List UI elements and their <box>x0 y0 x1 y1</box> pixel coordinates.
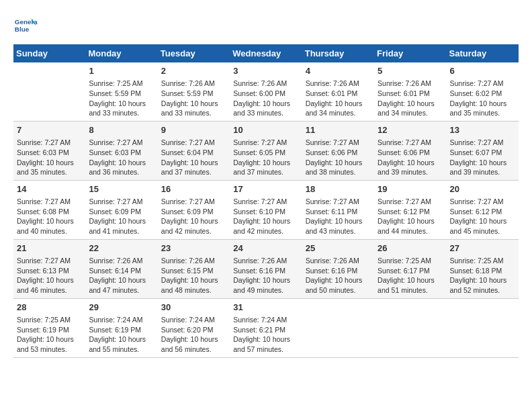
calendar-cell: 31Sunrise: 7:24 AM Sunset: 6:21 PM Dayli… <box>230 298 302 357</box>
day-number: 7 <box>17 124 82 136</box>
day-number: 31 <box>233 302 298 314</box>
day-number: 5 <box>378 65 443 77</box>
weekday-header-saturday: Saturday <box>447 44 519 62</box>
week-row-5: 28Sunrise: 7:25 AM Sunset: 6:19 PM Dayli… <box>13 298 519 357</box>
calendar-cell: 28Sunrise: 7:25 AM Sunset: 6:19 PM Dayli… <box>13 298 85 357</box>
weekday-header-thursday: Thursday <box>302 44 374 62</box>
day-number: 23 <box>161 242 226 255</box>
calendar-cell: 1Sunrise: 7:25 AM Sunset: 5:59 PM Daylig… <box>85 62 157 121</box>
calendar-cell: 29Sunrise: 7:24 AM Sunset: 6:19 PM Dayli… <box>85 298 157 357</box>
day-info: Sunrise: 7:27 AM Sunset: 6:04 PM Dayligh… <box>161 138 226 177</box>
day-info: Sunrise: 7:27 AM Sunset: 6:10 PM Dayligh… <box>233 197 298 236</box>
day-number: 10 <box>233 124 298 136</box>
calendar-cell: 23Sunrise: 7:26 AM Sunset: 6:15 PM Dayli… <box>158 239 230 298</box>
day-number: 30 <box>161 302 226 314</box>
day-number: 29 <box>89 302 154 314</box>
calendar-cell <box>13 62 85 121</box>
calendar-cell: 27Sunrise: 7:25 AM Sunset: 6:18 PM Dayli… <box>447 239 519 298</box>
day-info: Sunrise: 7:27 AM Sunset: 6:12 PM Dayligh… <box>378 197 443 236</box>
day-number: 1 <box>89 65 154 77</box>
day-number: 15 <box>89 183 154 195</box>
day-number: 3 <box>233 65 298 77</box>
week-row-4: 21Sunrise: 7:27 AM Sunset: 6:13 PM Dayli… <box>13 239 519 298</box>
day-info: Sunrise: 7:27 AM Sunset: 6:09 PM Dayligh… <box>161 197 226 236</box>
calendar-cell: 21Sunrise: 7:27 AM Sunset: 6:13 PM Dayli… <box>13 239 85 298</box>
calendar-cell: 8Sunrise: 7:27 AM Sunset: 6:03 PM Daylig… <box>85 121 157 180</box>
week-row-1: 1Sunrise: 7:25 AM Sunset: 5:59 PM Daylig… <box>13 62 519 121</box>
day-info: Sunrise: 7:27 AM Sunset: 6:06 PM Dayligh… <box>306 138 371 177</box>
day-info: Sunrise: 7:27 AM Sunset: 6:12 PM Dayligh… <box>450 197 515 236</box>
header: General Blue <box>13 13 519 38</box>
svg-text:General: General <box>15 18 38 26</box>
week-row-3: 14Sunrise: 7:27 AM Sunset: 6:08 PM Dayli… <box>13 180 519 239</box>
day-number: 2 <box>161 65 226 77</box>
calendar-cell <box>447 298 519 357</box>
day-number: 16 <box>161 183 226 195</box>
day-info: Sunrise: 7:26 AM Sunset: 6:16 PM Dayligh… <box>306 256 371 295</box>
calendar-cell: 11Sunrise: 7:27 AM Sunset: 6:06 PM Dayli… <box>302 121 374 180</box>
calendar-cell: 30Sunrise: 7:24 AM Sunset: 6:20 PM Dayli… <box>158 298 230 357</box>
day-number: 22 <box>89 242 154 255</box>
day-info: Sunrise: 7:27 AM Sunset: 6:13 PM Dayligh… <box>17 256 82 295</box>
logo: General Blue <box>13 13 42 38</box>
day-number: 11 <box>306 124 371 136</box>
day-number: 4 <box>306 65 371 77</box>
calendar-cell: 16Sunrise: 7:27 AM Sunset: 6:09 PM Dayli… <box>158 180 230 239</box>
day-info: Sunrise: 7:27 AM Sunset: 6:09 PM Dayligh… <box>89 197 154 236</box>
day-number: 12 <box>378 124 443 136</box>
day-number: 21 <box>17 242 82 255</box>
day-info: Sunrise: 7:24 AM Sunset: 6:19 PM Dayligh… <box>89 315 154 355</box>
day-info: Sunrise: 7:27 AM Sunset: 6:07 PM Dayligh… <box>450 138 515 177</box>
day-number: 9 <box>161 124 226 136</box>
day-info: Sunrise: 7:27 AM Sunset: 6:03 PM Dayligh… <box>17 138 82 177</box>
day-number: 18 <box>306 183 371 195</box>
calendar-cell: 12Sunrise: 7:27 AM Sunset: 6:06 PM Dayli… <box>374 121 446 180</box>
day-number: 13 <box>450 124 515 136</box>
day-info: Sunrise: 7:26 AM Sunset: 6:16 PM Dayligh… <box>233 256 298 295</box>
day-info: Sunrise: 7:25 AM Sunset: 6:17 PM Dayligh… <box>378 256 443 295</box>
day-info: Sunrise: 7:26 AM Sunset: 5:59 PM Dayligh… <box>161 79 226 118</box>
day-number: 28 <box>17 302 82 314</box>
calendar-cell <box>374 298 446 357</box>
calendar-cell: 4Sunrise: 7:26 AM Sunset: 6:01 PM Daylig… <box>302 62 374 121</box>
calendar-cell: 5Sunrise: 7:26 AM Sunset: 6:01 PM Daylig… <box>374 62 446 121</box>
day-info: Sunrise: 7:27 AM Sunset: 6:08 PM Dayligh… <box>17 197 82 236</box>
day-number: 19 <box>378 183 443 195</box>
day-number: 14 <box>17 183 82 195</box>
week-row-2: 7Sunrise: 7:27 AM Sunset: 6:03 PM Daylig… <box>13 121 519 180</box>
calendar-cell <box>302 298 374 357</box>
weekday-header-sunday: Sunday <box>13 44 85 62</box>
calendar-cell: 18Sunrise: 7:27 AM Sunset: 6:11 PM Dayli… <box>302 180 374 239</box>
weekday-header-friday: Friday <box>374 44 446 62</box>
day-number: 17 <box>233 183 298 195</box>
weekday-header-monday: Monday <box>85 44 157 62</box>
day-info: Sunrise: 7:26 AM Sunset: 6:00 PM Dayligh… <box>233 79 298 118</box>
day-number: 24 <box>233 242 298 255</box>
day-info: Sunrise: 7:27 AM Sunset: 6:02 PM Dayligh… <box>450 79 515 118</box>
day-number: 27 <box>450 242 515 255</box>
day-info: Sunrise: 7:26 AM Sunset: 6:15 PM Dayligh… <box>161 256 226 295</box>
calendar-cell: 24Sunrise: 7:26 AM Sunset: 6:16 PM Dayli… <box>230 239 302 298</box>
day-number: 8 <box>89 124 154 136</box>
calendar-cell: 3Sunrise: 7:26 AM Sunset: 6:00 PM Daylig… <box>230 62 302 121</box>
calendar-cell: 17Sunrise: 7:27 AM Sunset: 6:10 PM Dayli… <box>230 180 302 239</box>
day-info: Sunrise: 7:24 AM Sunset: 6:20 PM Dayligh… <box>161 315 226 355</box>
day-number: 26 <box>378 242 443 255</box>
day-number: 25 <box>306 242 371 255</box>
calendar-cell: 20Sunrise: 7:27 AM Sunset: 6:12 PM Dayli… <box>447 180 519 239</box>
day-info: Sunrise: 7:27 AM Sunset: 6:06 PM Dayligh… <box>378 138 443 177</box>
day-info: Sunrise: 7:26 AM Sunset: 6:14 PM Dayligh… <box>89 256 154 295</box>
calendar-cell: 2Sunrise: 7:26 AM Sunset: 5:59 PM Daylig… <box>158 62 230 121</box>
calendar-cell: 9Sunrise: 7:27 AM Sunset: 6:04 PM Daylig… <box>158 121 230 180</box>
logo-icon: General Blue <box>13 13 38 38</box>
calendar-cell: 22Sunrise: 7:26 AM Sunset: 6:14 PM Dayli… <box>85 239 157 298</box>
day-number: 20 <box>450 183 515 195</box>
svg-text:Blue: Blue <box>15 26 30 33</box>
calendar-cell: 15Sunrise: 7:27 AM Sunset: 6:09 PM Dayli… <box>85 180 157 239</box>
day-info: Sunrise: 7:24 AM Sunset: 6:21 PM Dayligh… <box>233 315 298 355</box>
day-info: Sunrise: 7:27 AM Sunset: 6:05 PM Dayligh… <box>233 138 298 177</box>
day-info: Sunrise: 7:26 AM Sunset: 6:01 PM Dayligh… <box>378 79 443 118</box>
calendar-cell: 14Sunrise: 7:27 AM Sunset: 6:08 PM Dayli… <box>13 180 85 239</box>
day-info: Sunrise: 7:26 AM Sunset: 6:01 PM Dayligh… <box>306 79 371 118</box>
calendar-cell: 19Sunrise: 7:27 AM Sunset: 6:12 PM Dayli… <box>374 180 446 239</box>
